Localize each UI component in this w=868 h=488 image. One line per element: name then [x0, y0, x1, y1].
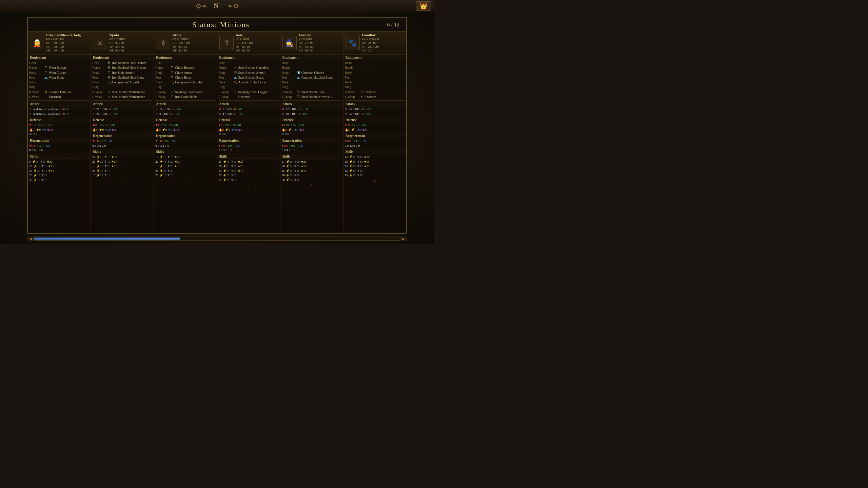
char-sp-3: SP64 / 64 — [172, 45, 215, 49]
skills-row-1-3: 20 ⚡15 🗡21 — [29, 173, 89, 178]
equip-icon-2-4: 📿 — [107, 81, 111, 84]
skills-label-6: Skills — [343, 149, 406, 154]
equip-row-6-1: Hands — [345, 65, 405, 70]
regen-row-5-0: ♥100 +102 +100 — [282, 144, 342, 148]
equip-row-2-1: Hands 🪖 Iron Studded Hide Bracers — [92, 65, 152, 70]
equip-icon-4-5 — [234, 85, 237, 89]
skills-label-4: Skills — [217, 154, 280, 159]
attack-section-6: ✕ 25 / 100 +0 +100 ✕ 25 / 100 +≥ +0% — [343, 106, 406, 117]
main-panel: Status: Minions 6 / 12 🧝 Prisonerddwadar… — [27, 17, 407, 234]
attack-row-3-0: ✕ 11 / 100 +0 +104 — [155, 107, 215, 112]
regen-label-1: Regeneration — [28, 138, 91, 143]
char-info-1: Prisonerddwadarkelg Lv. 1 Dark Elf HP100… — [46, 33, 88, 53]
equip-row-4-1: Hands ⚔ Steel Ancient Gauntlets — [219, 65, 279, 70]
equip-name-5-6: Steel Nordic Bow — [301, 90, 324, 95]
top-bar: ⚙❧ N ❧⚙ — [0, 0, 434, 12]
avatar-icon: 👑 — [420, 2, 427, 10]
attack-label-5: Attack — [280, 101, 343, 106]
regen-row-6-0: ♥100 +130 +130 — [345, 139, 405, 144]
equip-icon-5-1 — [297, 66, 300, 69]
equip-name-3-6: Skyforge Steel Sword — [175, 90, 203, 95]
regen-row2-5-1: 0.0 4.3 1.5 — [282, 148, 342, 153]
div1-4 — [282, 100, 342, 101]
skills-label-2: Skills — [91, 149, 154, 154]
char-col-4: 🗡 Aela Lv. 8 Thief HP116 / 116 SP96 / 96… — [217, 32, 280, 230]
equip-row-6-5: Ring — [345, 85, 405, 89]
equipment-label-5: Equipment — [280, 55, 343, 60]
equip-name-3-3: Chitin Boots — [175, 75, 191, 80]
avatar-corner[interactable]: 👑 — [416, 1, 431, 11]
char-name-6: Familiar — [362, 33, 404, 37]
char-number-4: 4 — [217, 183, 280, 188]
defense-label-2: Defense — [91, 117, 154, 122]
equip-list-4: Head Hands ⚔ Steel Ancient Gauntlets Bod… — [217, 60, 280, 100]
char-header-4[interactable]: 🗡 Aela Lv. 8 Thief HP116 / 116 SP96 / 96… — [217, 32, 280, 55]
equip-row-2-4: Neck 📿 Companions' Amulet — [92, 80, 152, 85]
equip-icon-1-7 — [44, 95, 48, 99]
defense-label-5: Defense — [280, 117, 343, 122]
skills-row-1-2: 26 ⚡20 🗡15 ★15 — [29, 169, 89, 174]
defense-pct-5: ⊕ 0% — [282, 132, 342, 137]
char-level-2: Lv. 5 Warrior — [109, 37, 152, 40]
char-header-1[interactable]: 🧝 Prisonerddwadarkelg Lv. 1 Dark Elf HP1… — [28, 32, 91, 55]
equip-name-3-2: Chitin Armor — [175, 70, 192, 75]
char-mp-2: MP66 / 66 — [109, 49, 152, 53]
equip-row-2-7: L.Weap ⚔ Steel Nordic Warhammer — [92, 95, 152, 99]
equip-icon-3-5 — [171, 85, 174, 89]
equip-icon-2-0: 🪖 — [107, 61, 111, 65]
regen-row2-1-1: 0.7 6.1 3.6 — [29, 148, 89, 153]
div1-2 — [155, 100, 215, 101]
equip-icon-5-0 — [297, 61, 300, 65]
char-level-5: Lv. 6 Thief — [299, 37, 341, 40]
attack-section-4: ✕ 8 / 103 +0 +108 ✕ 4 / 100 +≥ +0% — [217, 106, 280, 117]
char-header-2[interactable]: ⚔ Njada Lv. 5 Warrior HP90 / 90 SP58 / 5… — [91, 32, 154, 55]
div1-1 — [92, 100, 152, 101]
regen-row2-2-1: 0.6 3.0 2.0 — [92, 144, 152, 148]
equip-name-6-7: Unarmed — [364, 95, 376, 99]
equip-row-5-6: R.Weap 🏹 Steel Nordic Bow — [282, 90, 342, 95]
scroll-right-button[interactable]: ▶ — [400, 237, 407, 241]
equip-icon-1-6: ⚡ — [44, 90, 48, 94]
char-portrait-2: ⚔ — [93, 36, 107, 50]
skills-section-1: 5 ⚡15 🗡15 ★20 22 ⚡15 🗡15 ★15 26 ⚡20 🗡15 … — [28, 159, 91, 183]
div1-0 — [29, 100, 89, 101]
scroll-thumb — [34, 238, 180, 240]
char-portrait-4: 🗡 — [219, 36, 234, 50]
equipment-label-2: Equipment — [91, 55, 154, 60]
page-count: 6 / 12 — [387, 22, 399, 28]
defense-row-2-1: 🔥0 ⚡0 ❄50 ☯0 — [92, 128, 152, 133]
skills-row-3-0: 15 ⚡15 🗡15 ★20 — [155, 155, 215, 160]
char-header-3[interactable]: 🗡 Athis Lv. 5 Warrior HP100 / 100 SP64 /… — [154, 32, 217, 55]
char-header-6[interactable]: 🐾 Familiar Lv. 1 Predator HP90 / 90 SP20… — [343, 32, 406, 55]
char-number-1: 1 — [28, 183, 91, 188]
char-col-2: ⚔ Njada Lv. 5 Warrior HP90 / 90 SP58 / 5… — [91, 32, 154, 230]
skills-row-5-1: 20 ⚡15 🗡35 ★18 — [282, 164, 342, 169]
scroll-left-button[interactable]: ◀ — [27, 237, 34, 241]
defense-row-1-1: 🔥0 ⚡0 ❄0 ☯50 — [29, 128, 89, 133]
skills-label-3: Skills — [154, 149, 217, 154]
equip-row-2-6: R.Weap ⚔ Steel Nordic Warhammer — [92, 90, 152, 95]
char-header-5[interactable]: 🧙 Faendal Lv. 6 Thief HP97 / 97 SP83 / 8… — [280, 32, 343, 55]
skills-row-2-3: 25 ⚡15 🗡15 — [92, 169, 152, 174]
equip-name-1-6: Conjure Familiar — [49, 90, 71, 95]
equip-icon-5-3: 👟 — [297, 76, 300, 79]
equip-icon-1-0 — [44, 61, 48, 65]
equipment-label-1: Equipment — [28, 55, 91, 60]
char-level-3: Lv. 5 Warrior — [172, 37, 215, 40]
skills-row-2-0: 27 ⚡15 🗡15 ★18 — [92, 155, 152, 160]
equip-row-6-2: Body — [345, 70, 405, 75]
skills-row-4-4: 15 ⚡20 🗡15 — [219, 178, 279, 183]
char-col-1: 🧝 Prisonerddwadarkelg Lv. 1 Dark Elf HP1… — [28, 32, 91, 230]
equip-row-3-4: Neck 📿 Companions' Amulet — [155, 80, 215, 85]
char-mp-6: MP0 / 0 — [362, 49, 404, 53]
equip-row-1-4: Neck — [29, 80, 89, 85]
equip-row-3-0: Head — [155, 61, 215, 65]
char-col-6: 🐾 Familiar Lv. 1 Predator HP90 / 90 SP20… — [343, 32, 406, 230]
characters-grid: 🧝 Prisonerddwadarkelg Lv. 1 Dark Elf HP1… — [28, 32, 406, 230]
char-info-5: Faendal Lv. 6 Thief HP97 / 97 SP83 / 83 … — [299, 33, 341, 53]
equip-icon-6-3 — [360, 76, 363, 79]
equip-list-3: Head Hands 🛡 Chitin Bracers Body 🛡 Chiti… — [154, 60, 217, 100]
attack-section-5: ✕ 12 / 104 +0 +100 ✕ 10 / 100 +≥ +0% — [280, 106, 343, 117]
equip-row-5-5: Ring — [282, 85, 342, 89]
defense-label-6: Defense — [343, 117, 406, 122]
